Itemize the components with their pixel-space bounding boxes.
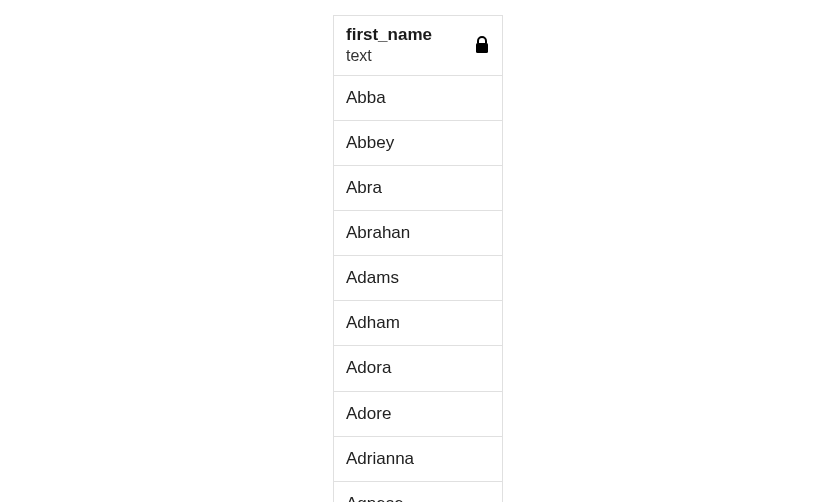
table-cell[interactable]: Adora bbox=[334, 346, 502, 391]
column-header[interactable]: first_name text bbox=[334, 16, 502, 76]
table-cell[interactable]: Abrahan bbox=[334, 211, 502, 256]
table-cell[interactable]: Abra bbox=[334, 166, 502, 211]
column-type: text bbox=[346, 46, 432, 67]
data-column: first_name text AbbaAbbeyAbraAbrahanAdam… bbox=[333, 15, 503, 502]
table-cell[interactable]: Abbey bbox=[334, 121, 502, 166]
column-header-text: first_name text bbox=[346, 24, 432, 67]
table-cell[interactable]: Agnese bbox=[334, 482, 502, 502]
table-cell[interactable]: Adrianna bbox=[334, 437, 502, 482]
table-cell[interactable]: Adams bbox=[334, 256, 502, 301]
svg-rect-0 bbox=[476, 43, 488, 53]
table-cell[interactable]: Adore bbox=[334, 392, 502, 437]
table-cell[interactable]: Abba bbox=[334, 76, 502, 121]
column-body: AbbaAbbeyAbraAbrahanAdamsAdhamAdoraAdore… bbox=[334, 76, 502, 502]
column-name: first_name bbox=[346, 24, 432, 46]
table-cell[interactable]: Adham bbox=[334, 301, 502, 346]
lock-icon bbox=[474, 36, 490, 54]
